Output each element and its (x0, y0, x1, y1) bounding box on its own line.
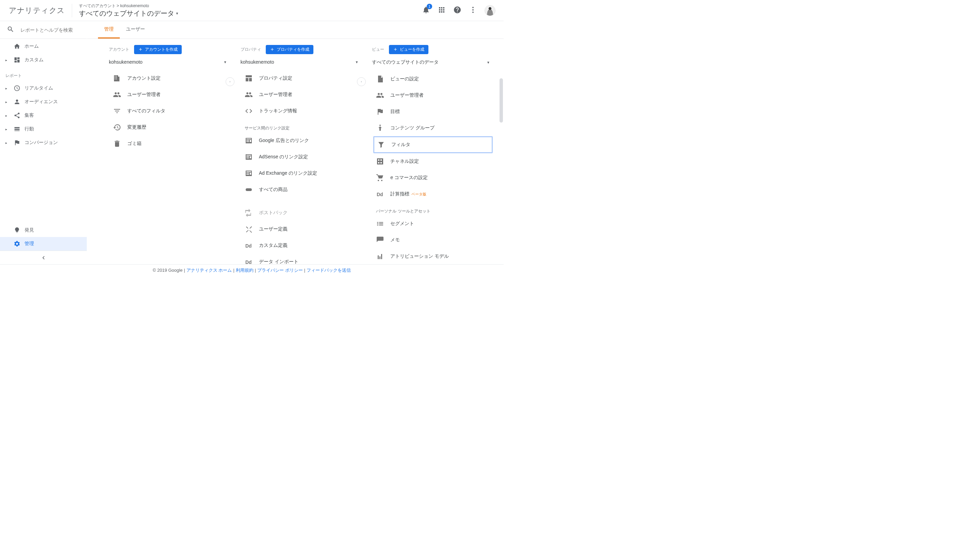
plus-icon (270, 47, 275, 52)
account-selected: kohsukenemoto (109, 59, 143, 65)
chevron-down-icon: ▼ (487, 61, 490, 64)
account-user-management[interactable]: ユーザー管理者 (110, 86, 230, 103)
sidebar-item-custom[interactable]: ▸ カスタム (0, 53, 87, 67)
create-property-button[interactable]: プロパティを作成 (266, 45, 313, 54)
flag-icon (14, 139, 21, 146)
item-label: メモ (390, 237, 400, 243)
account-all-filters[interactable]: すべてのフィルタ (110, 103, 230, 119)
property-custom-definitions[interactable]: Ddカスタム定義 (242, 237, 361, 254)
item-label: ポストバック (259, 210, 288, 216)
view-annotations[interactable]: メモ (373, 232, 493, 248)
people-icon (376, 91, 384, 99)
account-change-history[interactable]: 変更履歴 (110, 119, 230, 136)
chevron-left-icon (40, 254, 47, 261)
sidebar-item-audience[interactable]: ▸ オーディエンス (0, 95, 87, 109)
breadcrumb[interactable]: すべてのアカウント > kohsukenemoto (79, 3, 422, 9)
dd-icon: Dd (245, 258, 253, 264)
shuffle-icon (245, 225, 253, 233)
history-icon (113, 123, 121, 131)
sidebar-item-discover[interactable]: 発見 (0, 224, 87, 237)
view-sub-personal: パーソナル ツールとアセット (373, 202, 493, 216)
scrollbar[interactable] (499, 78, 503, 264)
more-icon[interactable] (469, 6, 477, 15)
property-adsense-link[interactable]: AdSense のリンク設定 (242, 149, 361, 165)
property-google-ads-link[interactable]: Google 広告とのリンク (242, 133, 361, 149)
property-all-products[interactable]: すべての商品 (242, 182, 361, 198)
avatar[interactable] (485, 5, 495, 16)
view-channel-settings[interactable]: チャネル設定 (373, 153, 493, 169)
footer-feedback-link[interactable]: フィードバックを送信 (307, 267, 351, 273)
view-settings[interactable]: ビューの設定 (373, 71, 493, 87)
collapse-sidebar-button[interactable] (0, 251, 87, 264)
sidebar-item-realtime[interactable]: ▸ リアルタイム (0, 81, 87, 95)
transfer-right-button[interactable] (226, 77, 234, 86)
nav: ホーム ▸ カスタム レポート ▸ リアルタイム ▸ オーディエンス ▸ 集 (0, 39, 87, 224)
person-stand-icon (376, 124, 384, 132)
footer-privacy-link[interactable]: プライバシー ポリシー (257, 267, 303, 273)
sidebar-label: 行動 (24, 126, 34, 132)
sidebar: ホーム ▸ カスタム レポート ▸ リアルタイム ▸ オーディエンス ▸ 集 (0, 21, 87, 264)
property-adexchange-link[interactable]: Ad Exchange のリンク設定 (242, 165, 361, 182)
admin-content: アカウント アカウントを作成 kohsukenemoto ▼ アカウント設定 ユ… (87, 39, 504, 264)
account-label: アカウント (109, 47, 129, 53)
sidebar-label: 管理 (24, 241, 34, 247)
news-icon (245, 153, 253, 161)
item-label: フィルタ (391, 142, 410, 148)
sidebar-item-home[interactable]: ホーム (0, 40, 87, 53)
account-trash[interactable]: ゴミ箱 (110, 136, 230, 152)
property-selector[interactable]: kohsukenemoto ▼ (240, 57, 361, 68)
sidebar-item-conversions[interactable]: ▸ コンバージョン (0, 136, 87, 150)
footer-terms-link[interactable]: 利用規約 (236, 267, 253, 273)
view-segments[interactable]: セグメント (373, 216, 493, 232)
apps-icon[interactable] (438, 6, 446, 15)
footer-home-link[interactable]: アナリティクス ホーム (186, 267, 232, 273)
view-user-management[interactable]: ユーザー管理者 (373, 87, 493, 104)
create-account-button[interactable]: アカウントを作成 (134, 45, 182, 54)
help-icon[interactable] (453, 6, 461, 15)
account-settings[interactable]: アカウント設定 (110, 70, 230, 86)
scrollbar-thumb[interactable] (500, 78, 503, 123)
beta-label: ベータ版 (411, 192, 426, 196)
view-attribution-models[interactable]: アトリビューション モデル (373, 248, 493, 264)
property-settings[interactable]: プロパティ設定 (242, 70, 361, 86)
reports-section-label: レポート (0, 67, 87, 81)
item-label: ビューの設定 (390, 76, 419, 82)
view-selector-dropdown[interactable]: すべてのウェブサイトのデータ ▼ (372, 57, 493, 69)
item-label: 目標 (390, 109, 400, 115)
view-ecommerce-settings[interactable]: e コマースの設定 (373, 169, 493, 186)
sidebar-label: オーディエンス (24, 99, 58, 105)
item-label: ユーザー管理者 (127, 92, 161, 98)
footer-copyright: © 2019 Google (153, 268, 183, 273)
view-calculated-metrics[interactable]: Dd計算指標ベータ版 (373, 186, 493, 202)
sidebar-item-behavior[interactable]: ▸ 行動 (0, 122, 87, 136)
property-tracking-info[interactable]: トラッキング情報 (242, 103, 361, 119)
notifications-icon[interactable]: 1 (422, 6, 430, 15)
tab-user[interactable]: ユーザー (120, 21, 151, 38)
view-goals[interactable]: 目標 (373, 104, 493, 120)
view-label: ビュー (372, 47, 384, 53)
dd-icon: Dd (376, 190, 384, 198)
create-view-button[interactable]: ビューを作成 (389, 45, 428, 54)
view-content-groups[interactable]: コンテンツ グループ (373, 120, 493, 136)
sidebar-label: リアルタイム (24, 85, 53, 91)
property-sub-linking: サービス間のリンク設定 (242, 119, 361, 133)
view-filters[interactable]: フィルタ (373, 136, 493, 153)
account-selector[interactable]: kohsukenemoto ▼ (109, 57, 230, 68)
footer: © 2019 Google | アナリティクス ホーム | 利用規約 | プライ… (0, 264, 504, 276)
property-user-defined[interactable]: ユーザー定義 (242, 221, 361, 237)
view-selector[interactable]: すべてのウェブサイトのデータ ▼ (79, 9, 422, 18)
item-label: AdSense のリンク設定 (259, 154, 308, 160)
property-user-management[interactable]: ユーザー管理者 (242, 86, 361, 103)
sidebar-item-admin[interactable]: 管理 (0, 237, 87, 251)
property-data-import[interactable]: Ddデータ インポート (242, 254, 361, 264)
property-label: プロパティ (240, 47, 261, 53)
tab-admin[interactable]: 管理 (98, 21, 120, 38)
flag-icon (376, 108, 384, 116)
property-postbacks[interactable]: ポストバック (242, 204, 361, 221)
chevron-down-icon: ▼ (355, 60, 358, 64)
filter-icon (113, 107, 121, 115)
view-column: ビュー ビューを作成 すべてのウェブサイトのデータ ▼ ビューの設定 ユーザー管… (361, 45, 493, 264)
search-input[interactable] (21, 27, 80, 33)
cart-icon (376, 174, 384, 182)
sidebar-item-acquisition[interactable]: ▸ 集客 (0, 109, 87, 122)
